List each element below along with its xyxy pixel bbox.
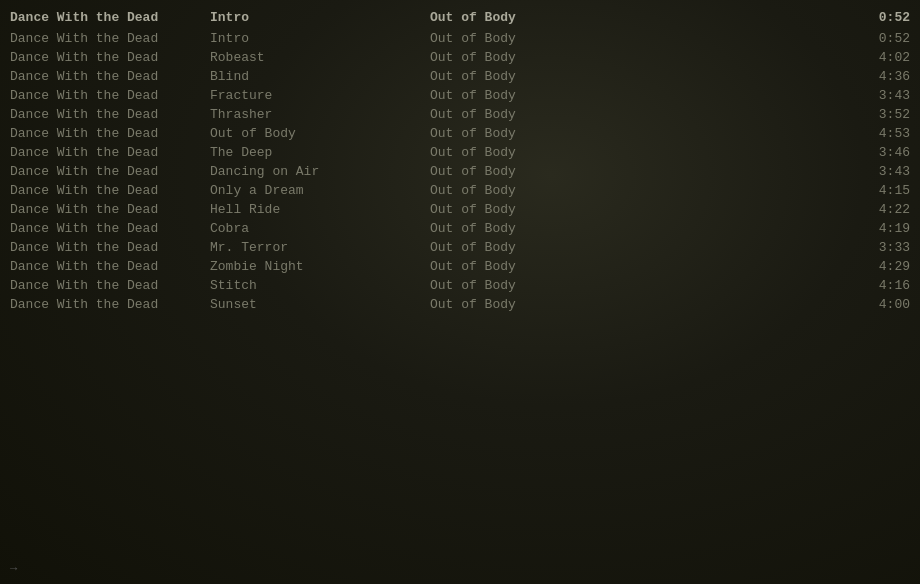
track-duration: 4:53 (850, 126, 910, 141)
track-album: Out of Body (430, 107, 850, 122)
track-row[interactable]: Dance With the DeadCobraOut of Body4:19 (0, 219, 920, 238)
track-title: Cobra (210, 221, 430, 236)
track-artist: Dance With the Dead (10, 164, 210, 179)
track-artist: Dance With the Dead (10, 221, 210, 236)
track-title: Mr. Terror (210, 240, 430, 255)
track-album: Out of Body (430, 240, 850, 255)
track-artist: Dance With the Dead (10, 183, 210, 198)
track-row[interactable]: Dance With the DeadThrasherOut of Body3:… (0, 105, 920, 124)
track-album: Out of Body (430, 69, 850, 84)
track-duration: 4:15 (850, 183, 910, 198)
track-title: Intro (210, 31, 430, 46)
track-row[interactable]: Dance With the DeadStitchOut of Body4:16 (0, 276, 920, 295)
track-artist: Dance With the Dead (10, 126, 210, 141)
track-artist: Dance With the Dead (10, 107, 210, 122)
track-album: Out of Body (430, 278, 850, 293)
track-row[interactable]: Dance With the DeadOnly a DreamOut of Bo… (0, 181, 920, 200)
track-row[interactable]: Dance With the DeadFractureOut of Body3:… (0, 86, 920, 105)
track-artist: Dance With the Dead (10, 50, 210, 65)
track-row[interactable]: Dance With the DeadDancing on AirOut of … (0, 162, 920, 181)
track-list: Dance With the Dead Intro Out of Body 0:… (0, 0, 920, 322)
arrow-icon: → (10, 562, 17, 576)
track-row[interactable]: Dance With the DeadRobeastOut of Body4:0… (0, 48, 920, 67)
track-row[interactable]: Dance With the DeadIntroOut of Body0:52 (0, 29, 920, 48)
track-album: Out of Body (430, 50, 850, 65)
track-row[interactable]: Dance With the DeadBlindOut of Body4:36 (0, 67, 920, 86)
track-duration: 3:33 (850, 240, 910, 255)
track-album: Out of Body (430, 259, 850, 274)
track-duration: 4:29 (850, 259, 910, 274)
track-artist: Dance With the Dead (10, 88, 210, 103)
track-row[interactable]: Dance With the DeadThe DeepOut of Body3:… (0, 143, 920, 162)
track-artist: Dance With the Dead (10, 278, 210, 293)
track-row[interactable]: Dance With the DeadZombie NightOut of Bo… (0, 257, 920, 276)
track-duration: 0:52 (850, 31, 910, 46)
track-title: Dancing on Air (210, 164, 430, 179)
track-row[interactable]: Dance With the DeadHell RideOut of Body4… (0, 200, 920, 219)
track-list-header: Dance With the Dead Intro Out of Body 0:… (0, 8, 920, 27)
track-artist: Dance With the Dead (10, 202, 210, 217)
track-album: Out of Body (430, 164, 850, 179)
track-title: Only a Dream (210, 183, 430, 198)
track-title: Blind (210, 69, 430, 84)
track-album: Out of Body (430, 145, 850, 160)
track-artist: Dance With the Dead (10, 31, 210, 46)
track-album: Out of Body (430, 202, 850, 217)
track-row[interactable]: Dance With the DeadMr. TerrorOut of Body… (0, 238, 920, 257)
track-title: Stitch (210, 278, 430, 293)
track-duration: 3:52 (850, 107, 910, 122)
track-duration: 4:22 (850, 202, 910, 217)
track-title: Hell Ride (210, 202, 430, 217)
track-album: Out of Body (430, 183, 850, 198)
header-artist: Dance With the Dead (10, 10, 210, 25)
track-album: Out of Body (430, 88, 850, 103)
track-duration: 4:36 (850, 69, 910, 84)
header-duration: 0:52 (850, 10, 910, 25)
track-artist: Dance With the Dead (10, 259, 210, 274)
track-title: Thrasher (210, 107, 430, 122)
track-title: The Deep (210, 145, 430, 160)
track-duration: 3:43 (850, 164, 910, 179)
header-album: Out of Body (430, 10, 850, 25)
track-artist: Dance With the Dead (10, 145, 210, 160)
track-title: Zombie Night (210, 259, 430, 274)
track-title: Fracture (210, 88, 430, 103)
track-artist: Dance With the Dead (10, 69, 210, 84)
track-row[interactable]: Dance With the DeadOut of BodyOut of Bod… (0, 124, 920, 143)
track-artist: Dance With the Dead (10, 297, 210, 312)
track-duration: 3:43 (850, 88, 910, 103)
header-title: Intro (210, 10, 430, 25)
track-duration: 4:16 (850, 278, 910, 293)
track-duration: 4:19 (850, 221, 910, 236)
track-row[interactable]: Dance With the DeadSunsetOut of Body4:00 (0, 295, 920, 314)
track-album: Out of Body (430, 221, 850, 236)
track-title: Out of Body (210, 126, 430, 141)
track-artist: Dance With the Dead (10, 240, 210, 255)
footer: → (10, 562, 17, 576)
track-duration: 4:00 (850, 297, 910, 312)
track-duration: 4:02 (850, 50, 910, 65)
track-duration: 3:46 (850, 145, 910, 160)
track-title: Sunset (210, 297, 430, 312)
track-album: Out of Body (430, 297, 850, 312)
track-album: Out of Body (430, 31, 850, 46)
track-album: Out of Body (430, 126, 850, 141)
track-title: Robeast (210, 50, 430, 65)
